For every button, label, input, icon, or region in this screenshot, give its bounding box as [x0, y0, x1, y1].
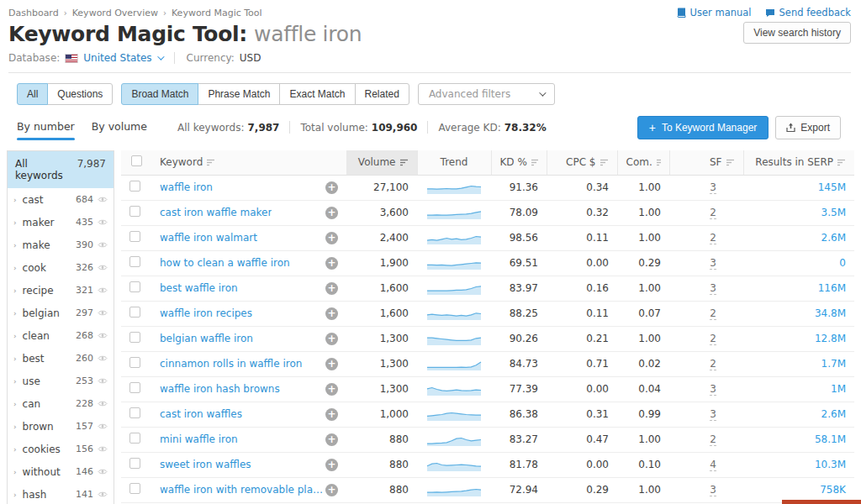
sidebar-group-item[interactable]: › without 146	[8, 460, 114, 483]
sf-link[interactable]: 2	[710, 207, 716, 219]
eye-icon[interactable]	[98, 445, 108, 453]
sidebar-group-item[interactable]: › best 260	[8, 347, 114, 370]
add-keyword-icon[interactable]: +	[325, 282, 338, 295]
sf-link[interactable]: 2	[710, 433, 716, 446]
keyword-link[interactable]: waffle iron	[160, 181, 213, 193]
sidebar-group-item[interactable]: › cook 326	[8, 256, 114, 279]
filter-tab-phrase-match[interactable]: Phrase Match	[198, 83, 280, 105]
filter-tab-exact-match[interactable]: Exact Match	[279, 83, 355, 105]
add-keyword-icon[interactable]: +	[325, 383, 338, 396]
filter-tab-broad-match[interactable]: Broad Match	[121, 83, 198, 105]
column-header-keyword[interactable]: Keyword	[151, 150, 346, 175]
row-checkbox[interactable]	[129, 332, 140, 343]
results-link[interactable]: 3.5M	[821, 207, 846, 218]
filter-tab-related[interactable]: Related	[355, 83, 409, 105]
sort-icon[interactable]	[400, 159, 409, 166]
sidebar-group-item[interactable]: › recipe 321	[8, 279, 114, 302]
row-checkbox[interactable]	[129, 206, 140, 217]
row-checkbox[interactable]	[129, 382, 140, 393]
eye-icon[interactable]	[98, 218, 108, 226]
user-manual-link[interactable]: User manual	[677, 7, 752, 18]
to-keyword-manager-button[interactable]: + To Keyword Manager	[637, 116, 769, 139]
add-keyword-icon[interactable]: +	[325, 459, 338, 471]
column-header-results-in-serp[interactable]: Results in SERP	[743, 150, 854, 175]
sf-link[interactable]: 2	[710, 307, 716, 320]
keyword-link[interactable]: waffle iron with removable plates	[160, 484, 325, 496]
keyword-link[interactable]: best waffle iron	[160, 282, 238, 294]
advanced-filters-dropdown[interactable]: Advanced filters	[418, 83, 555, 105]
add-keyword-icon[interactable]: +	[325, 207, 338, 219]
export-button[interactable]: Export	[775, 116, 841, 139]
add-keyword-icon[interactable]: +	[325, 257, 338, 270]
filter-tab-questions[interactable]: Questions	[47, 83, 113, 105]
filter-tab-all[interactable]: All	[17, 83, 48, 105]
breadcrumb-item[interactable]: Dashboard	[8, 8, 59, 18]
feedback-widget-peek[interactable]	[782, 500, 861, 504]
sf-link[interactable]: 2	[710, 333, 716, 345]
sort-icon[interactable]	[600, 159, 609, 166]
eye-icon[interactable]	[98, 196, 108, 203]
breadcrumb-item[interactable]: Keyword Magic Tool	[172, 8, 262, 18]
column-header-sf[interactable]: SF	[669, 150, 743, 175]
row-checkbox[interactable]	[129, 281, 140, 292]
sidebar-all-keywords[interactable]: All keywords 7,987	[8, 151, 114, 188]
keyword-link[interactable]: sweet iron waffles	[160, 459, 251, 470]
row-checkbox[interactable]	[129, 483, 140, 494]
sidebar-group-item[interactable]: › can 228	[8, 392, 114, 415]
sort-icon[interactable]	[207, 159, 215, 166]
sidebar-group-item[interactable]: › cookies 156	[8, 438, 114, 460]
column-header-volume[interactable]: Volume	[346, 150, 417, 175]
view-search-history-button[interactable]: View search history	[743, 22, 851, 44]
view-tab-by-volume[interactable]: By volume	[92, 120, 147, 140]
eye-icon[interactable]	[98, 264, 108, 271]
add-keyword-icon[interactable]: +	[325, 408, 338, 421]
eye-icon[interactable]	[98, 286, 108, 294]
column-header-kd[interactable]: KD %	[491, 150, 547, 175]
results-link[interactable]: 34.8M	[815, 307, 846, 319]
sf-link[interactable]: 3	[710, 408, 716, 421]
keyword-link[interactable]: mini waffle iron	[160, 433, 238, 445]
eye-icon[interactable]	[98, 354, 108, 362]
keyword-link[interactable]: waffle iron walmart	[160, 232, 257, 244]
eye-icon[interactable]	[98, 332, 108, 339]
eye-icon[interactable]	[98, 309, 108, 317]
row-checkbox[interactable]	[129, 407, 140, 418]
sort-icon[interactable]	[726, 159, 735, 166]
sf-link[interactable]: 3	[710, 282, 716, 295]
sf-link[interactable]: 4	[710, 459, 716, 471]
results-link[interactable]: 1.7M	[821, 358, 846, 370]
results-link[interactable]: 2.6M	[821, 408, 846, 420]
row-checkbox[interactable]	[129, 181, 140, 192]
results-link[interactable]: 2.6M	[821, 232, 846, 244]
eye-icon[interactable]	[98, 400, 108, 407]
keyword-link[interactable]: cast iron waffle maker	[160, 207, 272, 218]
results-link[interactable]: 12.8M	[815, 333, 846, 344]
results-link[interactable]: 116M	[818, 282, 846, 294]
add-keyword-icon[interactable]: +	[325, 358, 338, 370]
results-link[interactable]: 758K	[820, 484, 846, 496]
sidebar-group-item[interactable]: › make 390	[8, 234, 114, 256]
row-checkbox[interactable]	[129, 458, 140, 469]
sort-icon[interactable]	[531, 159, 538, 166]
keyword-link[interactable]: waffle iron recipes	[160, 307, 252, 319]
sf-link[interactable]: 3	[710, 257, 716, 270]
sidebar-group-item[interactable]: › hash 141	[8, 483, 114, 504]
row-checkbox[interactable]	[129, 231, 140, 242]
eye-icon[interactable]	[98, 423, 108, 430]
send-feedback-link[interactable]: Send feedback	[765, 7, 851, 18]
sf-link[interactable]: 3	[710, 484, 716, 496]
results-link[interactable]: 10.3M	[815, 459, 846, 470]
keyword-link[interactable]: cast iron waffles	[160, 408, 242, 420]
eye-icon[interactable]	[98, 491, 108, 498]
sidebar-group-item[interactable]: › clean 268	[8, 324, 114, 347]
breadcrumb-item[interactable]: Keyword Overview	[72, 8, 158, 18]
results-link[interactable]: 58.1M	[815, 433, 846, 445]
column-header-cpc[interactable]: CPC $	[547, 150, 617, 175]
sf-link[interactable]: 2	[710, 358, 716, 370]
add-keyword-icon[interactable]: +	[325, 232, 338, 244]
eye-icon[interactable]	[98, 468, 108, 475]
sidebar-group-item[interactable]: › belgian 297	[8, 302, 114, 324]
keyword-link[interactable]: cinnamon rolls in waffle iron	[160, 358, 302, 370]
keyword-link[interactable]: belgian waffle iron	[160, 333, 253, 344]
view-tab-by-number[interactable]: By number	[17, 120, 75, 140]
